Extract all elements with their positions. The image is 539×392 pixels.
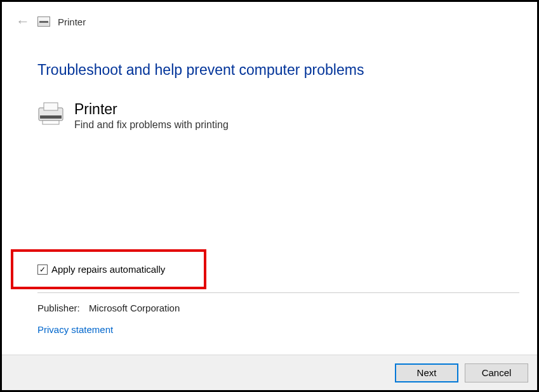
printer-item-title: Printer: [74, 101, 229, 117]
back-arrow-icon[interactable]: ←: [16, 13, 30, 30]
cancel-button[interactable]: Cancel: [465, 363, 528, 382]
apply-repairs-checkbox[interactable]: ✓: [37, 265, 48, 275]
printer-item-description: Find and fix problems with printing: [74, 119, 229, 131]
main-heading: Troubleshoot and help prevent computer p…: [37, 62, 502, 79]
apply-repairs-row[interactable]: ✓ Apply repairs automatically: [37, 264, 165, 275]
publisher-value: Microsoft Corporation: [89, 303, 180, 313]
publisher-row: Publisher: Microsoft Corporation: [37, 303, 180, 313]
privacy-statement-link[interactable]: Privacy statement: [37, 324, 113, 335]
svg-rect-3: [43, 121, 59, 124]
footer: Next Cancel: [2, 355, 537, 390]
apply-repairs-label[interactable]: Apply repairs automatically: [51, 264, 165, 275]
content-area: Troubleshoot and help prevent computer p…: [2, 36, 537, 131]
next-button[interactable]: Next: [395, 363, 458, 382]
printer-section: Printer Find and fix problems with print…: [37, 101, 502, 131]
header-bar: ← Printer: [2, 2, 537, 36]
header-title: Printer: [58, 16, 86, 27]
printer-text-block: Printer Find and fix problems with print…: [74, 101, 229, 131]
svg-rect-2: [40, 115, 62, 119]
printer-small-icon: [37, 16, 50, 27]
publisher-label: Publisher:: [37, 303, 80, 313]
printer-icon: [37, 101, 64, 126]
svg-rect-1: [44, 103, 58, 110]
divider: [37, 292, 519, 293]
